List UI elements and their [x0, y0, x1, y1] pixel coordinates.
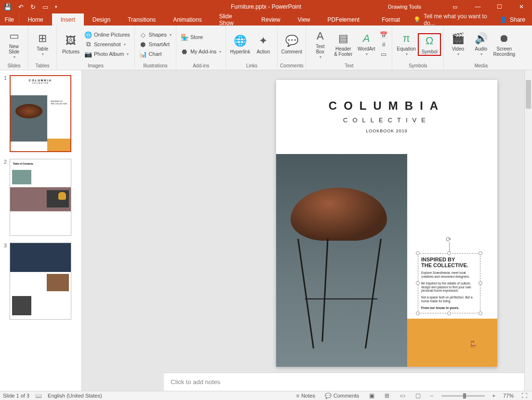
work-area: 1 COLUMBIA COLLECTIVE INSPIRED BY THE CO… [0, 70, 532, 391]
slide-counter[interactable]: Slide 1 of 3 [3, 393, 29, 399]
tell-me-search[interactable]: 💡 Tell me what you want to do... [409, 13, 493, 26]
spell-check-icon[interactable]: 📖 [35, 393, 42, 399]
slide-number-button[interactable]: # [378, 40, 389, 49]
save-icon[interactable]: 💾 [4, 3, 12, 11]
date-time-button[interactable]: 📅 [378, 30, 389, 39]
slide-editor[interactable]: COLUMBIA COLLECTIVE LOOKBOOK 2019 🪑 ⟳ IN… [82, 70, 532, 391]
new-slide-button[interactable]: ▭ New Slide [3, 28, 25, 61]
my-addins-button[interactable]: ⬣My Add-ins [179, 47, 223, 56]
table-button[interactable]: ⊞ Table [31, 31, 53, 58]
online-pictures-button[interactable]: 🌐Online Pictures [83, 30, 132, 39]
slide-canvas[interactable]: COLUMBIA COLLECTIVE LOOKBOOK 2019 🪑 [276, 80, 497, 367]
equation-button[interactable]: πEquation [395, 31, 417, 58]
shapes-button[interactable]: ◇Shapes [138, 30, 173, 39]
store-button[interactable]: 🏪Store [179, 33, 223, 41]
addins-icon: ⬣ [181, 48, 188, 55]
rotate-handle-icon[interactable]: ⟳ [446, 235, 452, 243]
screen-recording-button[interactable]: ⏺Screen Recording [493, 31, 515, 58]
qat-more-icon[interactable]: ▾ [55, 4, 57, 9]
slide-subtitle[interactable]: COLLECTIVE [276, 116, 497, 124]
undo-icon[interactable]: ↶ [18, 3, 24, 11]
action-button[interactable]: ✦Action [252, 34, 274, 55]
resize-handle[interactable] [479, 311, 482, 315]
start-from-beginning-icon[interactable]: ▭ [42, 3, 48, 11]
notes-placeholder: Click to add notes [171, 378, 220, 386]
slide-sorter-view-button[interactable]: ⊞ [382, 392, 392, 399]
group-illustrations: ◇Shapes ⬢SmartArt 📊Chart Illustrations [135, 26, 176, 70]
audio-button[interactable]: 🔊Audio [470, 31, 492, 58]
notes-toggle[interactable]: ≡Notes [294, 393, 317, 399]
tab-transitions[interactable]: Transitions [119, 13, 164, 26]
smartart-button[interactable]: ⬢SmartArt [138, 40, 173, 49]
symbol-button[interactable]: ΩSymbol [418, 34, 440, 55]
video-button[interactable]: 🎬Video [447, 31, 469, 58]
header-footer-button[interactable]: ▤Header & Footer [332, 31, 354, 58]
hyperlink-button[interactable]: 🌐Hyperlink [229, 34, 251, 55]
resize-handle[interactable] [479, 251, 482, 255]
zoom-in-button[interactable]: + [491, 393, 497, 399]
redo-icon[interactable]: ↻ [30, 3, 36, 11]
textbox-heading-2[interactable]: THE COLLECTIVE. [421, 262, 477, 268]
slide-lookbook[interactable]: LOOKBOOK 2019 [276, 129, 497, 133]
zoom-slider[interactable] [441, 395, 485, 397]
group-images: 🖼 Pictures 🌐Online Pictures ⧉Screenshot … [57, 26, 135, 70]
reading-view-button[interactable]: ▭ [398, 392, 407, 399]
wordart-button[interactable]: AWordArt [355, 31, 377, 58]
object-button[interactable]: ▭ [378, 50, 389, 58]
tab-design[interactable]: Design [84, 13, 119, 26]
tab-slide-show[interactable]: Slide Show [211, 13, 253, 26]
slide-thumbnail-3[interactable] [10, 243, 71, 320]
slide-thumbnails-panel: 1 COLUMBIA COLLECTIVE INSPIRED BY THE CO… [0, 70, 82, 391]
tab-insert[interactable]: Insert [52, 13, 84, 26]
tab-view[interactable]: View [289, 13, 319, 26]
comments-toggle[interactable]: 💬Comments [323, 393, 361, 399]
photo-album-button[interactable]: 📷Photo Album [83, 50, 132, 58]
notes-pane[interactable]: Click to add notes [164, 373, 524, 391]
text-box-button[interactable]: AText Box [309, 28, 331, 61]
zoom-level[interactable]: 77% [503, 393, 514, 399]
tab-file[interactable]: File [0, 13, 19, 26]
share-button[interactable]: 👤 Share [493, 13, 532, 26]
textbox-para[interactable]: Not a space built on perfection. But a h… [421, 296, 477, 303]
close-button[interactable]: ✕ [510, 0, 532, 13]
chart-button[interactable]: 📊Chart [138, 50, 173, 58]
normal-view-button[interactable]: ▣ [367, 392, 376, 399]
textbox-para[interactable]: Be inspired by the details of culture, d… [421, 282, 477, 293]
zoom-slider-thumb[interactable] [463, 393, 466, 399]
tab-format[interactable]: Format [373, 13, 409, 26]
ribbon-display-options-icon[interactable]: ▭ [448, 0, 462, 13]
resize-handle[interactable] [416, 281, 420, 285]
textbox-para[interactable]: Explore Scandinavia, meet local creative… [421, 271, 477, 279]
zoom-out-button[interactable]: − [428, 393, 435, 399]
comment-button[interactable]: 💬Comment [280, 34, 303, 55]
resize-handle[interactable] [416, 311, 420, 315]
minimize-button[interactable]: — [467, 0, 489, 13]
pictures-button[interactable]: 🖼 Pictures [60, 34, 82, 55]
vertical-scrollbar[interactable] [524, 70, 532, 391]
resize-handle[interactable] [447, 311, 451, 315]
slide-thumbnail-1[interactable]: COLUMBIA COLLECTIVE INSPIRED BY THE COLL… [10, 75, 71, 152]
tab-animations[interactable]: Animations [164, 13, 210, 26]
group-symbols: πEquation ΩSymbol Symbols [392, 26, 444, 70]
slideshow-view-button[interactable]: ▢ [413, 392, 423, 399]
share-icon: 👤 [500, 16, 507, 23]
resize-handle[interactable] [447, 251, 451, 255]
screenshot-button[interactable]: ⧉Screenshot [83, 40, 132, 49]
slide-thumbnail-2[interactable]: Table of Contents [10, 159, 71, 236]
group-slides: ▭ New Slide Slides [0, 26, 28, 70]
maximize-button[interactable]: ☐ [489, 0, 510, 13]
resize-handle[interactable] [416, 251, 420, 255]
tab-pdfelement[interactable]: PDFelement [319, 13, 368, 26]
selected-text-box[interactable]: ⟳ INSPIRED BY THE COLLECTIVE. Explore Sc… [418, 253, 480, 313]
orange-block[interactable]: 🪑 [407, 319, 497, 367]
language-status[interactable]: English (United States) [48, 393, 102, 399]
fit-to-window-button[interactable]: ⛶ [519, 392, 529, 399]
tell-me-placeholder: Tell me what you want to do... [424, 13, 488, 26]
tab-home[interactable]: Home [19, 13, 52, 26]
tab-review[interactable]: Review [253, 13, 289, 26]
scrollbar-thumb[interactable] [526, 80, 531, 109]
textbox-para[interactable]: From our house to yours. [421, 306, 477, 310]
textbox-heading-1[interactable]: INSPIRED BY [421, 257, 477, 262]
chair-image[interactable] [276, 154, 407, 367]
slide-title[interactable]: COLUMBIA [276, 99, 497, 113]
